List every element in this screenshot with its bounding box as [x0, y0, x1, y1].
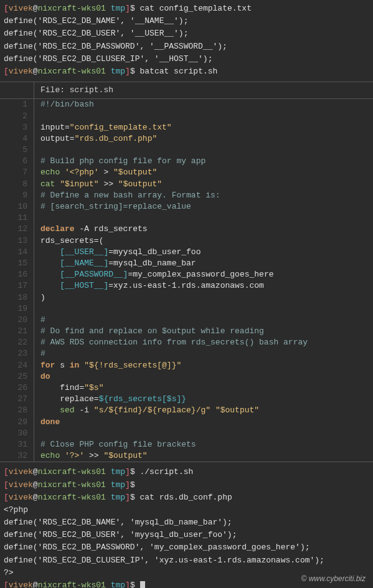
code-line: done [34, 417, 60, 428]
code-line: sed -i "s/${find}/${replace}/g" "$output… [34, 405, 259, 416]
code-line: replace=${rds_secrets[$s]} [34, 394, 186, 405]
prompt-line: [vivek@nixcraft-wks01 tmp]$ ./script.sh [4, 466, 369, 478]
tercount-prompts: [vivek@nixcraft-wks01 tmp]$ ./script.sh … [0, 463, 373, 588]
code-line: #!/bin/bash [34, 99, 94, 110]
line-number: 1 [0, 99, 34, 110]
output-line: <?php [4, 504, 369, 516]
batcat-view: File: script.sh 1#!/bin/bash 2 3input="c… [0, 82, 373, 462]
terminal-output: [vivek@nixcraft-wks01 tmp]$ cat config_t… [0, 0, 373, 80]
code-line: rds_secrets=( [34, 235, 103, 247]
code-line: # Build php config file for my app [34, 156, 205, 167]
batcat-header: File: script.sh [0, 82, 373, 99]
prompt-line: [vivek@nixcraft-wks01 tmp]$ batcat scrip… [4, 65, 369, 78]
prompt-line: [vivek@nixcraft-wks01 tmp]$ cat rds.db_c… [4, 491, 369, 504]
watermark: © www.cyberciti.biz [301, 574, 366, 584]
code-line: # Define a new bash array. Format is: [34, 190, 220, 201]
code-line: # AWS RDS connection info from rds_secre… [34, 337, 308, 348]
file-label: File: script.sh [34, 82, 120, 98]
code-line: find="$s" [34, 382, 103, 394]
output-line: define('RDS_EC2_DB_CLUSER_IP', '__HOST__… [4, 53, 369, 65]
code-line: ) [34, 292, 45, 303]
code-line: do [34, 371, 50, 382]
cursor-icon [140, 581, 145, 588]
output-line: define('RDS_EC2_DB_NAME', '__NAME__'); [4, 15, 369, 27]
output-line: define('RDS_EC2_DB_USER', '__USER__'); [4, 27, 369, 40]
output-line: define('RDS_EC2_DB_PASSWORD', '__PASSWOR… [4, 40, 369, 53]
code-line: input="config_template.txt" [34, 122, 172, 133]
prompt-line: [vivek@nixcraft-wks01 tmp]$ cat config_t… [4, 2, 369, 15]
code-line: echo '?>' >> "$output" [34, 450, 148, 462]
output-line: define('RDS_EC2_DB_PASSWORD', 'my_comple… [4, 541, 369, 554]
code-line: [__USER__]=myysql_db_user_foo [34, 247, 201, 258]
prompt-line: [vivek@nixcraft-wks01 tmp]$ [4, 479, 369, 491]
code-line: output="rds.db_conf.php" [34, 133, 157, 145]
code-line: # Close PHP config file brackets [34, 439, 196, 450]
code-line: echo '<?php' > "$output" [34, 167, 157, 178]
code-line: [__PASSWORD__]=my_complex_password_goes_… [34, 269, 274, 280]
output-line: define('RDS_EC2_DB_NAME', 'mysql_db_name… [4, 516, 369, 529]
code-line: # [search_string]=replace_value [34, 201, 191, 212]
output-line: define('RDS_EC2_DB_CLUSER_IP', 'xyz.us-e… [4, 554, 369, 567]
code-line: for s in "${!rds_secrets[@]}" [34, 360, 181, 371]
code-line: declare -A rds_secrets [34, 224, 148, 235]
code-line: [__HOST__]=xyz.us-east-1.rds.amazonaws.c… [34, 280, 264, 292]
code-line: [__NAME__]=mysql_db_name_bar [34, 258, 196, 269]
code-line: # [34, 348, 45, 359]
code-line: # [34, 315, 45, 326]
output-line: define('RDS_EC2_DB_USER', 'myysql_db_use… [4, 529, 369, 541]
code-line: cat "$input" >> "$output" [34, 179, 162, 190]
code-line: # Do find and replace on $output while r… [34, 326, 264, 337]
